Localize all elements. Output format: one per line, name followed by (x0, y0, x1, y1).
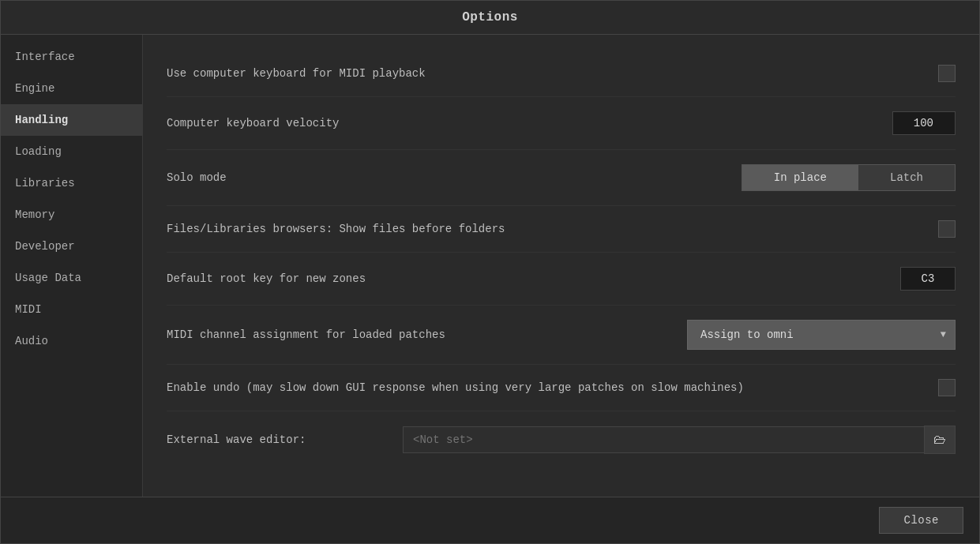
solo-mode-label: Solo mode (167, 171, 742, 184)
midi-channel-dropdown[interactable]: Assign to omni Channel 1 Channel 2 Chann… (687, 320, 956, 350)
wave-editor-label: External wave editor: (167, 433, 306, 446)
solo-mode-latch-button[interactable]: Latch (858, 165, 955, 190)
sidebar-item-loading[interactable]: Loading (1, 136, 142, 167)
root-key-label: Default root key for new zones (167, 272, 900, 285)
root-key-value[interactable]: C3 (900, 267, 956, 291)
dialog-content: Interface Engine Handling Loading Librar… (1, 35, 979, 497)
sidebar-item-memory[interactable]: Memory (1, 199, 142, 231)
midi-keyboard-checkbox[interactable] (938, 65, 956, 82)
title-text: Options (462, 10, 518, 24)
velocity-input[interactable] (892, 111, 956, 135)
sidebar-item-handling[interactable]: Handling (1, 104, 142, 136)
undo-setting: Enable undo (may slow down GUI response … (167, 365, 956, 411)
sidebar-item-engine[interactable]: Engine (1, 73, 142, 104)
show-files-label: Files/Libraries browsers: Show files bef… (167, 223, 938, 235)
options-dialog: Options Interface Engine Handling Loadin… (0, 0, 980, 544)
close-button[interactable]: Close (879, 507, 963, 534)
undo-label: Enable undo (may slow down GUI response … (167, 381, 938, 394)
sidebar-item-midi[interactable]: MIDI (1, 294, 142, 325)
show-files-checkbox[interactable] (938, 220, 956, 238)
wave-editor-setting: External wave editor: 🗁 (167, 411, 956, 468)
midi-keyboard-label: Use computer keyboard for MIDI playback (167, 67, 938, 80)
velocity-setting: Computer keyboard velocity (167, 97, 956, 150)
midi-channel-dropdown-wrapper: Assign to omni Channel 1 Channel 2 Chann… (687, 320, 956, 350)
wave-editor-browse-button[interactable]: 🗁 (924, 426, 956, 454)
show-files-setting: Files/Libraries browsers: Show files bef… (167, 206, 956, 253)
velocity-control (892, 111, 956, 135)
midi-keyboard-setting: Use computer keyboard for MIDI playback (167, 51, 956, 97)
sidebar-item-interface[interactable]: Interface (1, 41, 142, 73)
bottom-bar: Close (1, 497, 979, 543)
root-key-control: C3 (900, 267, 956, 291)
sidebar-item-usage-data[interactable]: Usage Data (1, 262, 142, 294)
main-content: Use computer keyboard for MIDI playback … (143, 35, 979, 497)
root-key-setting: Default root key for new zones C3 (167, 253, 956, 306)
solo-mode-control: In place Latch (742, 164, 956, 191)
show-files-control (938, 220, 956, 238)
solo-mode-buttons: In place Latch (742, 164, 956, 191)
sidebar-item-libraries[interactable]: Libraries (1, 167, 142, 199)
solo-mode-in-place-button[interactable]: In place (742, 165, 858, 190)
midi-channel-setting: MIDI channel assignment for loaded patch… (167, 306, 956, 365)
wave-editor-input[interactable] (403, 426, 924, 453)
sidebar-item-developer[interactable]: Developer (1, 231, 142, 262)
undo-control (938, 379, 956, 396)
velocity-label: Computer keyboard velocity (167, 117, 892, 129)
dialog-title: Options (1, 1, 979, 35)
midi-keyboard-control (938, 65, 956, 82)
midi-channel-control: Assign to omni Channel 1 Channel 2 Chann… (687, 320, 956, 350)
undo-checkbox[interactable] (938, 379, 956, 396)
midi-channel-label: MIDI channel assignment for loaded patch… (167, 328, 687, 341)
sidebar-item-audio[interactable]: Audio (1, 325, 142, 357)
folder-icon: 🗁 (933, 433, 946, 447)
wave-editor-row: 🗁 (403, 426, 956, 454)
sidebar: Interface Engine Handling Loading Librar… (1, 35, 143, 497)
solo-mode-setting: Solo mode In place Latch (167, 150, 956, 206)
